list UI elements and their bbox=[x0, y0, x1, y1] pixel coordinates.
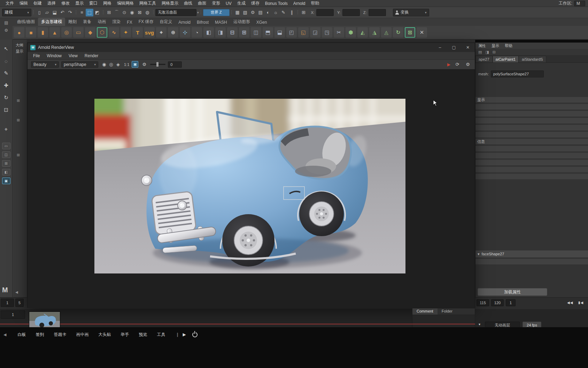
attribute-section-row[interactable] bbox=[475, 125, 588, 130]
renderview-menu-item[interactable]: Window bbox=[43, 53, 65, 58]
collapse-icon[interactable]: ⊟ bbox=[493, 50, 496, 54]
renderview-menu-item[interactable]: File bbox=[30, 53, 43, 58]
type-tool-icon[interactable]: T bbox=[132, 27, 143, 38]
menu-item[interactable]: 曲面 bbox=[195, 0, 209, 6]
range-start-field[interactable]: 5 bbox=[15, 299, 24, 307]
append-poly-icon[interactable]: ⬓ bbox=[274, 27, 285, 38]
boolean-union-icon[interactable]: ⊟ bbox=[227, 27, 238, 38]
menu-set-dropdown[interactable]: 建模▾ bbox=[2, 9, 31, 16]
ipr-render-icon[interactable]: ◎ bbox=[108, 61, 115, 68]
bottom-bar-item[interactable]: 大头贴 bbox=[93, 332, 116, 338]
new-scene-icon[interactable]: ▯ bbox=[36, 9, 43, 16]
zoom-1to1-button[interactable]: 1:1 bbox=[124, 62, 129, 67]
menu-item[interactable]: UV bbox=[223, 1, 234, 6]
camera-dropdown[interactable]: perspShape▾ bbox=[61, 61, 98, 68]
snap-center-icon[interactable]: ◉ bbox=[128, 9, 136, 16]
save-scene-icon[interactable]: ⬓ bbox=[51, 9, 59, 16]
menu-item[interactable]: 缓存 bbox=[248, 0, 262, 6]
super-shape-icon[interactable]: ✦ bbox=[121, 27, 131, 38]
undo-icon[interactable]: ↶ bbox=[59, 9, 66, 16]
region-render-icon[interactable]: ▣ bbox=[132, 61, 138, 68]
controller-icon[interactable]: ⌖ bbox=[5, 126, 8, 133]
shelf-tab[interactable]: 运动图形 bbox=[230, 18, 253, 26]
select-hierarchy-icon[interactable]: ≡ bbox=[78, 9, 86, 16]
move-to-origin-icon[interactable]: ⊹ bbox=[180, 27, 190, 38]
snap-point-icon[interactable]: ⊙ bbox=[121, 9, 128, 16]
menu-item[interactable]: Arnold bbox=[291, 1, 308, 6]
gear-icon[interactable]: ⚙ bbox=[464, 61, 471, 68]
exposure-slider[interactable] bbox=[150, 64, 165, 65]
snap-align-icon[interactable]: ⊕ bbox=[168, 27, 178, 38]
make-live-icon[interactable]: ◍ bbox=[144, 9, 151, 16]
renderview-titlebar[interactable]: M Arnold RenderView – ▢ ✕ bbox=[28, 43, 475, 52]
display-layer-icon[interactable]: ▤ bbox=[257, 9, 264, 16]
shelf-tab[interactable]: 自定义 bbox=[156, 18, 175, 26]
custom-layout-icon[interactable]: ▣ bbox=[2, 178, 10, 184]
light-editor-icon[interactable]: ☼ bbox=[272, 9, 280, 16]
move-tool-icon[interactable]: ✚ bbox=[1, 81, 11, 90]
poly-helix-icon[interactable]: ∿ bbox=[109, 27, 119, 38]
poly-plane-icon[interactable]: ▭ bbox=[73, 27, 84, 38]
chevron-down-icon[interactable]: ▾ bbox=[197, 11, 199, 14]
mirror-icon[interactable]: ◮ bbox=[369, 27, 380, 38]
attribute-section-row[interactable] bbox=[475, 160, 588, 165]
workspace-value[interactable]: M bbox=[574, 1, 585, 6]
bottom-bar-item[interactable]: 预览 bbox=[134, 332, 152, 338]
attribute-section-row[interactable] bbox=[475, 111, 588, 117]
menu-item[interactable]: 修改 bbox=[59, 0, 72, 6]
attribute-section-row[interactable] bbox=[475, 167, 588, 172]
ae-menu-item[interactable]: 显示 bbox=[492, 43, 499, 48]
target-weld-icon[interactable]: ◭ bbox=[357, 27, 368, 38]
offset-edge-loop-icon[interactable]: ◳ bbox=[322, 27, 332, 38]
current-frame-field[interactable]: 1 bbox=[1, 310, 25, 319]
snapshot-tab[interactable]: Folder bbox=[438, 308, 457, 315]
shelf-tab[interactable]: Bifrost bbox=[194, 19, 212, 26]
bottom-bar-item[interactable]: 工具 bbox=[152, 332, 170, 338]
ae-node-tab[interactable]: aiStandardS bbox=[519, 56, 546, 62]
outliner-item-icon[interactable]: ⊞ bbox=[17, 98, 20, 103]
chevron-down-icon[interactable]: ▾ bbox=[479, 322, 481, 326]
playback-speed-field[interactable]: 1 bbox=[506, 299, 516, 306]
menu-item[interactable]: 显示 bbox=[72, 0, 86, 6]
maximize-button[interactable]: ▢ bbox=[447, 43, 461, 52]
smooth-icon[interactable]: ⬢ bbox=[346, 27, 356, 38]
snapshot-thumbnail[interactable] bbox=[29, 311, 60, 328]
exposure-field[interactable]: 0 bbox=[168, 61, 182, 68]
two-pane-layout-icon[interactable]: ◫ bbox=[2, 151, 10, 158]
attribute-section-row[interactable] bbox=[475, 104, 588, 110]
transform-dropdown[interactable]: 变换 ▾ bbox=[393, 9, 429, 16]
attribute-section-row[interactable] bbox=[475, 259, 588, 264]
menu-item[interactable]: 窗口 bbox=[86, 0, 100, 6]
measure-icon[interactable]: ◔ bbox=[192, 27, 202, 38]
panel-collapse-icon[interactable]: ◀ bbox=[15, 290, 18, 294]
outliner-item-icon[interactable]: ⊞ bbox=[17, 153, 20, 157]
range-end-field[interactable]: 115 bbox=[477, 299, 489, 306]
shelf-tab[interactable]: Arnold bbox=[175, 19, 194, 26]
quad-draw-icon[interactable]: ◱ bbox=[298, 27, 309, 38]
insert-edge-loop-icon[interactable]: ◲ bbox=[310, 27, 320, 38]
combine-icon[interactable]: ◧ bbox=[203, 27, 214, 38]
shelf-tab[interactable]: 渲染 bbox=[109, 18, 124, 26]
workspace-selector[interactable]: 工作区: M bbox=[559, 0, 585, 6]
menu-item[interactable]: 生成 bbox=[234, 0, 248, 6]
symmetry-field[interactable]: 世界 Z bbox=[203, 9, 230, 16]
menu-item[interactable]: 变形 bbox=[209, 0, 223, 6]
menu-item[interactable]: 编辑 bbox=[17, 0, 31, 6]
outliner-display-menu[interactable]: 显示 bbox=[16, 49, 23, 54]
close-button[interactable]: ✕ bbox=[461, 43, 475, 52]
shape-section-header[interactable]: ▾ faceShape27 bbox=[475, 250, 588, 257]
shelf-tab[interactable]: 雕刻 bbox=[65, 18, 80, 26]
separate-icon[interactable]: ◨ bbox=[215, 27, 226, 38]
playback-start-field[interactable]: 1 bbox=[1, 299, 14, 307]
poly-sphere-icon[interactable]: ● bbox=[14, 27, 24, 38]
attribute-section-row[interactable]: 信息 bbox=[475, 139, 588, 144]
slider-handle[interactable] bbox=[156, 62, 158, 67]
ae-menu-item[interactable]: 属性 bbox=[478, 43, 486, 48]
renderview-viewport[interactable] bbox=[28, 69, 475, 308]
list-icon[interactable]: ▤ bbox=[478, 50, 482, 54]
menu-item[interactable]: 网格显示 bbox=[159, 0, 181, 6]
load-attributes-button[interactable]: 加载属性 bbox=[478, 288, 547, 296]
bottom-bar-item[interactable]: 画中画 bbox=[71, 332, 93, 338]
poly-pyramid-icon[interactable]: ◆ bbox=[85, 27, 95, 38]
menu-item[interactable]: 曲线 bbox=[181, 0, 195, 6]
